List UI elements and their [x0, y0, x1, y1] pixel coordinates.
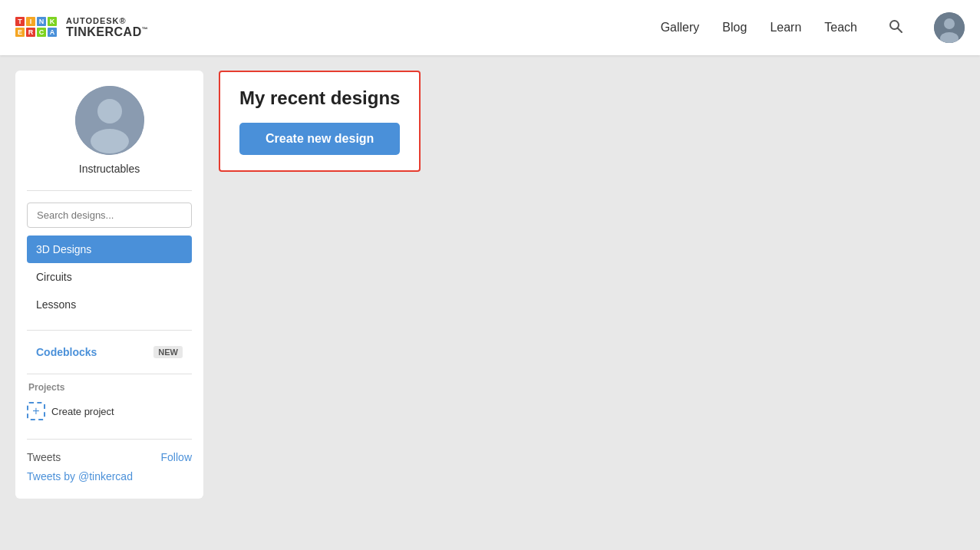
search-input[interactable] — [27, 203, 192, 228]
codeblocks-label: Codeblocks — [36, 346, 97, 358]
registered-mark: ® — [120, 16, 127, 25]
navbar: T I N K E R C A AUTODESK® TINKERCAD™ Gal… — [0, 0, 980, 55]
logo-c-cell: C — [37, 28, 46, 37]
sidebar-item-circuits[interactable]: Circuits — [27, 263, 192, 291]
recent-designs-title: My recent designs — [239, 87, 400, 109]
brand-autodesk-label: AUTODESK® — [66, 16, 148, 25]
svg-point-6 — [97, 99, 122, 124]
projects-label: Projects — [27, 382, 192, 393]
logo-area[interactable]: T I N K E R C A AUTODESK® TINKERCAD™ — [15, 16, 148, 39]
brand-tinkercad-label: TINKERCAD™ — [66, 25, 148, 39]
create-project-text: Create project — [51, 406, 114, 417]
sidebar-menu: 3D Designs Circuits Lessons — [27, 235, 192, 318]
nav-links: Gallery Blog Learn Teach — [661, 12, 965, 43]
tweets-section: Tweets Follow Tweets by @tinkercad — [27, 439, 192, 483]
brand-text: AUTODESK® TINKERCAD™ — [66, 16, 148, 39]
sidebar-divider-2 — [27, 374, 192, 374]
svg-point-3 — [944, 18, 955, 29]
sidebar: Instructables 3D Designs Circuits Lesson… — [15, 71, 203, 499]
nav-teach-link[interactable]: Teach — [824, 21, 857, 35]
main-content: Instructables 3D Designs Circuits Lesson… — [0, 55, 980, 550]
nav-learn-link[interactable]: Learn — [770, 21, 801, 35]
sidebar-item-3d-designs[interactable]: 3D Designs — [27, 235, 192, 263]
logo-e-cell: E — [15, 28, 25, 37]
profile-avatar — [75, 86, 144, 155]
new-badge: NEW — [153, 346, 183, 358]
logo-k-cell: K — [48, 17, 57, 26]
projects-section: Projects + Create project — [27, 382, 192, 423]
tweets-follow-link[interactable]: Follow — [161, 451, 192, 463]
recent-designs-box: My recent designs Create new design — [219, 71, 421, 172]
create-project-icon: + — [27, 402, 45, 420]
tweets-title: Tweets — [27, 451, 61, 463]
main-area: My recent designs Create new design — [203, 71, 965, 535]
svg-point-7 — [91, 129, 129, 153]
logo-i-cell: I — [26, 17, 35, 26]
logo-a-cell: A — [48, 28, 57, 37]
nav-blog-link[interactable]: Blog — [722, 21, 747, 35]
sidebar-divider — [27, 330, 192, 331]
tweets-by-link[interactable]: Tweets by @tinkercad — [27, 470, 133, 482]
sidebar-item-lessons[interactable]: Lessons — [27, 291, 192, 318]
logo-n-cell: N — [37, 17, 46, 26]
trademark-mark: ™ — [142, 26, 149, 33]
create-new-design-button[interactable]: Create new design — [239, 123, 400, 155]
logo-t-cell: T — [15, 17, 25, 26]
nav-gallery-link[interactable]: Gallery — [661, 21, 700, 35]
profile-section: Instructables — [27, 86, 192, 191]
svg-line-1 — [898, 28, 902, 32]
logo-r-cell: R — [26, 28, 35, 37]
tweets-header: Tweets Follow — [27, 451, 192, 463]
search-icon[interactable] — [888, 18, 903, 38]
create-project-button[interactable]: + Create project — [27, 399, 192, 423]
profile-name: Instructables — [79, 163, 140, 175]
codeblocks-item[interactable]: Codeblocks NEW — [27, 338, 192, 366]
user-avatar[interactable] — [934, 12, 965, 43]
